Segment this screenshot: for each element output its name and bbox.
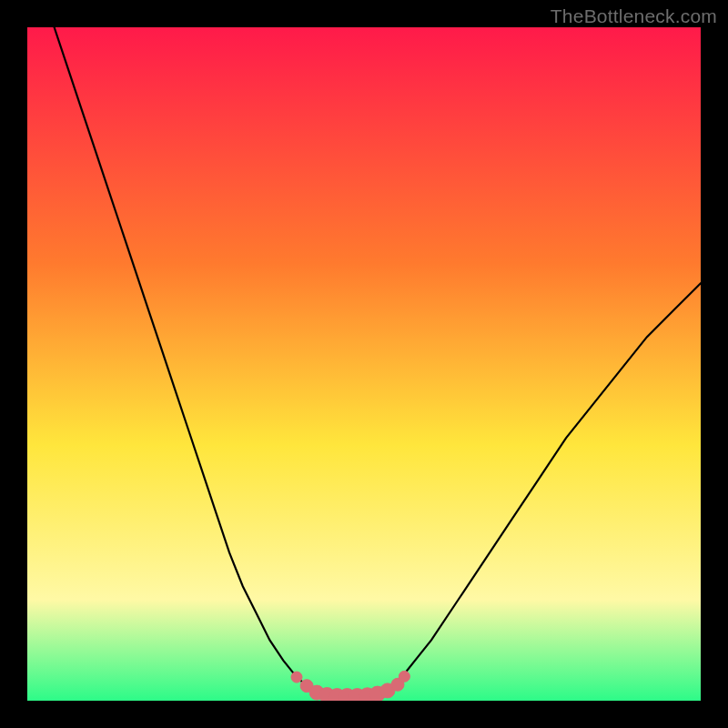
optimal-marker — [291, 672, 302, 682]
bottleneck-chart — [27, 27, 701, 701]
plot-area — [27, 27, 701, 701]
chart-frame: TheBottleneck.com — [0, 0, 728, 728]
gradient-background — [27, 27, 701, 701]
watermark-text: TheBottleneck.com — [551, 5, 717, 27]
optimal-marker — [399, 671, 410, 682]
